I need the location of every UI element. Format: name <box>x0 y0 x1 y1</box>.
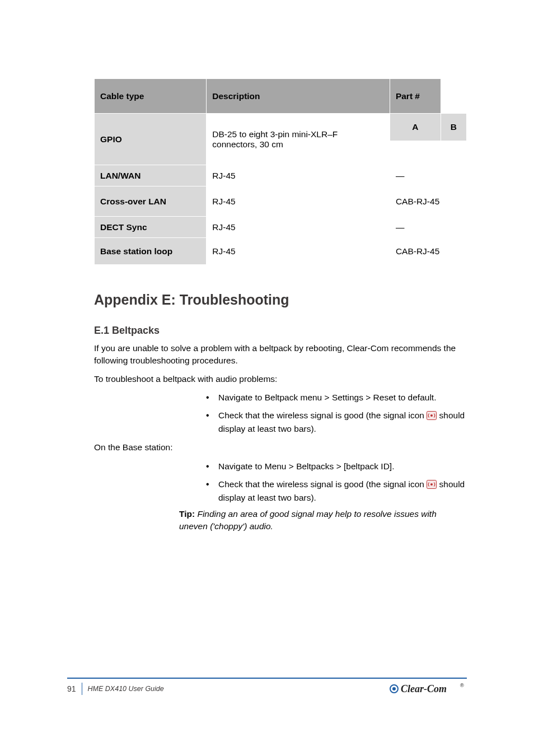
brand-logo: Clear-Com ® <box>388 681 467 697</box>
cell-dect-label: DECT Sync <box>95 217 207 238</box>
cell-gpio-A-val <box>390 141 441 165</box>
row-gpio-ab: GPIO DB-25 to eight 3-pin mini-XLR–F con… <box>95 114 467 141</box>
list-beltpack-steps: Navigate to Beltpack menu > Settings > R… <box>94 391 467 436</box>
cable-spec-table: Cable type Description Part # GPIO DB-25… <box>94 78 467 265</box>
signal-icon <box>427 411 437 420</box>
th-part: Part # <box>390 79 441 114</box>
cell-loop-label: Base station loop <box>95 238 207 265</box>
row-dect: DECT Sync RJ-45 — <box>95 217 467 238</box>
footer-doc-title: HME DX410 User Guide <box>88 685 164 693</box>
row-crossover: Cross-over LAN RJ-45 CAB-RJ-45 <box>95 186 467 217</box>
row-lan: LAN/WAN RJ-45 — <box>95 165 467 186</box>
cell-gpio-A: A <box>390 114 441 141</box>
cell-gpio-label: GPIO <box>95 114 207 165</box>
page-footer: 91 HME DX410 User Guide Clear-Com ® <box>67 678 467 700</box>
cell-gpio-desc: DB-25 to eight 3-pin mini-XLR–F connecto… <box>207 114 390 165</box>
cell-crossover-part: CAB-RJ-45 <box>390 186 466 217</box>
row-loop: Base station loop RJ-45 CAB-RJ-45 <box>95 238 467 265</box>
svg-point-1 <box>430 414 433 417</box>
para-intro: If you are unable to solve a problem wit… <box>94 342 463 367</box>
signal-icon <box>427 480 437 489</box>
tip-label: Tip: <box>179 509 195 519</box>
list-item: Check that the wireless signal is good (… <box>206 409 467 436</box>
cell-gpio-B-val <box>441 141 466 165</box>
cell-loop-part: CAB-RJ-45 <box>390 238 466 265</box>
cell-gpio-B: B <box>441 114 466 141</box>
list-text-prefix: Check that the wireless signal is good (… <box>218 479 427 489</box>
footer-rule <box>67 678 467 679</box>
list-basestation-steps: Navigate to Menu > Beltpacks > [beltpack… <box>94 460 467 505</box>
sub-title: E.1 Beltpacks <box>94 325 467 337</box>
tip-text: Finding an area of good signal may help … <box>179 509 437 531</box>
th-cable-type: Cable type <box>95 79 207 114</box>
list-text-prefix: Check that the wireless signal is good (… <box>218 410 427 420</box>
footer-divider <box>82 683 82 695</box>
cell-crossover-desc: RJ-45 <box>207 186 390 217</box>
cell-loop-desc: RJ-45 <box>207 238 390 265</box>
appendix-title: Appendix E: Troubleshooting <box>94 292 467 308</box>
para-audio-problems: To troubleshoot a beltpack with audio pr… <box>94 373 463 385</box>
tip-icon <box>161 508 172 521</box>
cell-dect-part: — <box>390 217 466 238</box>
list-item: Navigate to Menu > Beltpacks > [beltpack… <box>206 460 467 473</box>
tip-block: Tip: Finding an area of good signal may … <box>161 508 467 533</box>
th-description: Description <box>207 79 390 114</box>
para-basestation: On the Base station: <box>94 441 463 454</box>
cell-dect-desc: RJ-45 <box>207 217 390 238</box>
cell-lan-desc: RJ-45 <box>207 165 390 186</box>
svg-text:®: ® <box>460 683 464 688</box>
svg-point-3 <box>430 483 433 486</box>
cell-lan-label: LAN/WAN <box>95 165 207 186</box>
list-item: Navigate to Beltpack menu > Settings > R… <box>206 391 467 404</box>
cell-crossover-label: Cross-over LAN <box>95 186 207 217</box>
page-number: 91 <box>67 684 76 693</box>
list-item: Check that the wireless signal is good (… <box>206 478 467 505</box>
svg-text:Clear-Com: Clear-Com <box>401 683 447 694</box>
cell-lan-part: — <box>390 165 466 186</box>
svg-point-5 <box>392 687 396 690</box>
